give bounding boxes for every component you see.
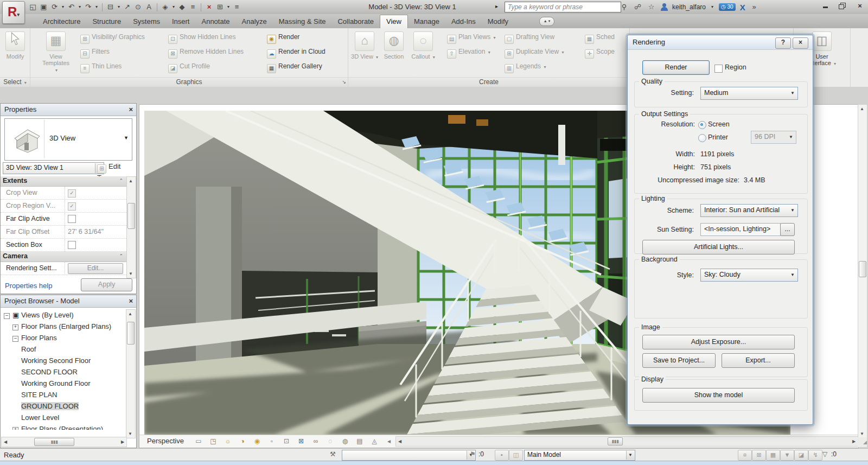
resize-grip-icon[interactable]: ◢ — [858, 437, 867, 447]
tab-add-ins[interactable]: Add-Ins — [445, 15, 482, 28]
rendering-dialog-titlebar[interactable]: Rendering ? × — [628, 35, 813, 50]
application-menu-button[interactable]: R▾ — [2, 1, 25, 24]
close-hidden-windows-icon[interactable]: × — [205, 2, 214, 12]
properties-header[interactable]: Properties × — [1, 104, 136, 116]
tree-item-working-second-floor[interactable]: Working Second Floor — [1, 355, 126, 366]
caret[interactable]: ▾ — [94, 2, 99, 12]
property-value[interactable] — [65, 200, 125, 212]
tree-item-second-floor[interactable]: SECOND FLOOR — [1, 366, 126, 378]
temporary-hide-icon[interactable]: ∞ — [311, 436, 321, 446]
property-value[interactable]: 27' 6 31/64" — [65, 226, 125, 238]
collapse-chevron-icon[interactable]: ⌃ — [119, 252, 123, 261]
canvas-vscrollbar[interactable]: ▲ ▼ — [858, 104, 867, 438]
property-checkbox[interactable] — [68, 189, 76, 198]
background-style-combobox[interactable]: Sky: Cloudy▼ — [700, 269, 798, 282]
tab-analyze[interactable]: Analyze — [236, 15, 273, 28]
aligned-dimension-icon[interactable]: ↗ — [123, 2, 132, 12]
favorites-star-icon[interactable]: ☆ — [647, 2, 656, 12]
tab-structure[interactable]: Structure — [86, 15, 127, 28]
project-browser-close-icon[interactable]: × — [129, 295, 133, 307]
property-value[interactable] — [65, 187, 125, 199]
tree-expander-icon[interactable]: – — [4, 313, 10, 319]
back-icon[interactable]: ◂ — [384, 436, 394, 446]
browser-hscrollbar[interactable]: ◀ ▮▮▮ ▶ — [1, 437, 127, 447]
analytical-model-icon[interactable]: ◬ — [369, 436, 379, 446]
design-options-button[interactable]: ▪ — [495, 450, 509, 461]
property-value[interactable]: Edit... — [65, 262, 125, 274]
undo-icon[interactable]: ↶ — [67, 2, 76, 12]
tree-item-views-by-level-[interactable]: –▣ Views (By Level) — [1, 309, 126, 321]
remove-hidden-lines-button[interactable]: ⊠Remove Hidden Lines — [168, 46, 244, 58]
select-underlay-icon[interactable]: ▦ — [766, 450, 780, 461]
render-button[interactable]: ◉Render — [267, 31, 299, 43]
dialog-help-button[interactable]: ? — [775, 37, 791, 49]
tree-item-floor-plans[interactable]: –Floor Plans — [1, 332, 126, 343]
apply-button[interactable]: Apply — [81, 278, 132, 291]
graphics-panel-footer[interactable]: Graphics↘ — [30, 77, 348, 87]
type-selector-caret-icon[interactable]: ▼ — [124, 135, 129, 141]
render-gallery-button[interactable]: ▦Render Gallery — [267, 61, 322, 72]
tab-modify[interactable]: Modify — [482, 15, 514, 28]
tab-insert[interactable]: Insert — [166, 15, 196, 28]
select-links-icon[interactable]: ⊞ — [752, 450, 766, 461]
drag-on-selection-icon[interactable]: ↯ — [808, 450, 822, 461]
modify-button[interactable]: Modify — [1, 30, 29, 60]
toolbar-overflow-icon[interactable]: » — [750, 2, 759, 12]
create-panel-footer[interactable]: Create — [348, 77, 629, 87]
reveal-hidden-icon[interactable]: ◌ — [326, 436, 335, 446]
instance-selector-combobox[interactable]: 3D View: 3D View 1▼ — [3, 162, 104, 174]
close-icon[interactable]: × — [855, 2, 865, 10]
tag-icon[interactable]: ⊙ — [133, 2, 143, 12]
project-browser-header[interactable]: Project Browser - Model × — [1, 295, 136, 308]
crop-view-icon[interactable]: ▫ — [267, 436, 277, 446]
switch-windows-icon[interactable]: ⊞ — [215, 2, 225, 12]
visual-style-icon[interactable]: ◳ — [208, 436, 218, 446]
caret[interactable]: ▾ — [171, 2, 176, 12]
canvas-vscrollbar-thumb[interactable] — [859, 261, 866, 277]
minimize-icon[interactable] — [820, 2, 830, 10]
cut-profile-button[interactable]: ◪Cut Profile — [168, 61, 210, 72]
scheme-combobox[interactable]: Interior: Sun and Artificial▼ — [700, 204, 798, 217]
screen-size-icon[interactable]: ▭ — [194, 436, 203, 446]
tree-item-floor-plans-enlarged-plans-[interactable]: +Floor Plans (Enlarged Plans) — [1, 321, 126, 332]
filter-icon[interactable]: ▽ — [822, 450, 827, 458]
tree-item-lower-level[interactable]: Lower Level — [1, 412, 126, 423]
property-value[interactable] — [65, 239, 125, 253]
view-scale-label[interactable]: Perspective — [147, 437, 184, 445]
tree-item-site-plan[interactable]: SITE PLAN — [1, 389, 126, 400]
shadows-icon[interactable]: ◑ — [238, 436, 247, 446]
tree-item-working-ground-floor[interactable]: Working Ground Floor — [1, 378, 126, 389]
sun-path-icon[interactable]: ☼ — [223, 436, 233, 446]
thin-lines-button[interactable]: ≡Thin Lines — [80, 61, 122, 72]
properties-close-icon[interactable]: × — [129, 104, 133, 116]
duplicate-view-button[interactable]: ⊞Duplicate View ▾ — [505, 46, 564, 58]
browser-vscrollbar-thumb[interactable] — [127, 322, 135, 345]
select-pinned-icon[interactable]: ▼ — [780, 450, 794, 461]
dpi-combobox[interactable]: 96 DPI▼ — [751, 131, 796, 144]
tree-expander-icon[interactable]: – — [12, 336, 18, 342]
caret[interactable]: ▾ — [78, 2, 82, 12]
tab-view[interactable]: View — [380, 15, 408, 28]
panel-launcher-icon[interactable]: ↘ — [342, 78, 346, 86]
sun-setting-browse-button[interactable]: ... — [780, 223, 795, 236]
adjust-exposure-button[interactable]: Adjust Exposure... — [642, 335, 795, 349]
caret[interactable]: ▾ — [61, 2, 65, 12]
properties-scrollbar[interactable]: ▲ ▼ — [126, 176, 136, 278]
canvas-hscrollbar[interactable]: ◀ ▮▮▮ ▶ — [395, 436, 858, 447]
worksharing-display-icon[interactable]: ◍ — [340, 436, 350, 446]
show-hidden-lines-button[interactable]: ⊡Show Hidden Lines — [168, 31, 235, 43]
filters-button[interactable]: ⊟Filters — [80, 46, 110, 58]
elevation-button[interactable]: ⇧Elevation ▾ — [447, 46, 490, 58]
locked-3d-icon[interactable]: ⊠ — [296, 436, 306, 446]
save-to-project-button[interactable]: Save to Project... — [642, 353, 716, 368]
restore-icon[interactable] — [838, 2, 847, 10]
title-flyout-icon[interactable]: ▸ — [495, 3, 498, 9]
scope-box-button[interactable]: ✛Scope — [585, 46, 615, 58]
worksets-icon[interactable]: ⚒ — [330, 450, 336, 458]
design-options-picker-button[interactable]: ◫ — [509, 450, 523, 461]
edit-rendering-settings-button[interactable]: Edit... — [68, 263, 123, 274]
editable-only-icon[interactable]: ¤ — [738, 450, 752, 461]
select-by-face-icon[interactable]: ◪ — [794, 450, 808, 461]
dialog-render-button[interactable]: Render — [642, 60, 710, 75]
tree-item-floor-plans-presentation-[interactable]: +Floor Plans (Presentation) — [1, 423, 126, 430]
